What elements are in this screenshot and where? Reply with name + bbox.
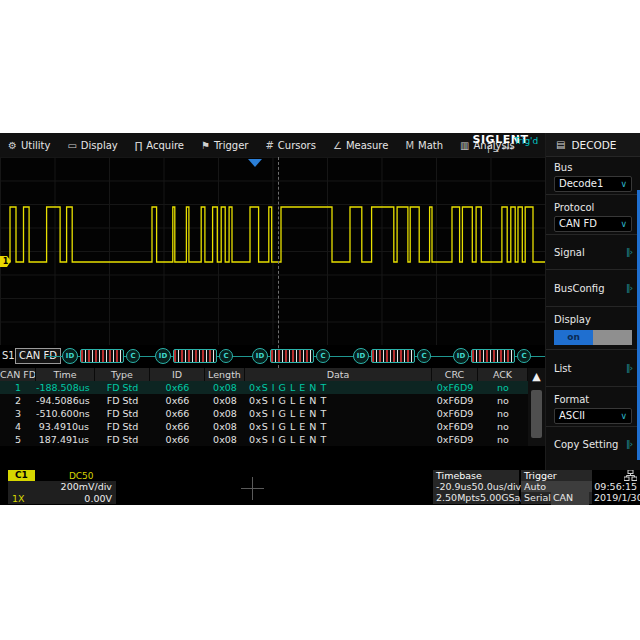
trigger-descriptor[interactable]: Trigger Auto Serial CAN FD <box>521 470 592 504</box>
acquisition-points: 2.50Mpts <box>436 492 480 503</box>
submenu-arrow-icon: ‖› <box>626 247 632 257</box>
table-cell: 5 <box>0 433 36 446</box>
table-row[interactable]: 2-94.5086usFD Std0x660x080xS I G L E N T… <box>0 394 528 407</box>
table-cell: 0xF6D9 <box>432 420 478 433</box>
toggle-off[interactable] <box>593 330 632 345</box>
menu-item-label: Trigger <box>214 140 249 151</box>
menu-item-utility[interactable]: ⚙Utility <box>8 140 50 151</box>
column-header: ID <box>150 368 205 381</box>
dialog-title: DECODE <box>571 139 616 151</box>
frame-id-bubble: ID <box>155 348 171 364</box>
frame-data-segment <box>371 349 415 363</box>
divider <box>546 426 640 427</box>
table-cell: 0xF6D9 <box>432 381 478 394</box>
timebase-delay: -20.9us <box>436 481 472 492</box>
scroll-up-icon[interactable]: ▲ <box>528 368 545 386</box>
chevron-down-icon: ∨ <box>620 177 627 191</box>
frame-crc-bubble: C <box>126 349 140 363</box>
cursors-icon: # <box>265 140 273 151</box>
menu-item-label: Math <box>418 140 443 151</box>
format-select[interactable]: ASCII ∨ <box>554 408 632 424</box>
frame-crc-bubble: C <box>517 349 531 363</box>
protocol-select[interactable]: CAN FD ∨ <box>554 216 632 232</box>
timebase-descriptor[interactable]: Timebase -20.9us 50.0us/div 2.50Mpts 5.0… <box>433 470 519 504</box>
frame-id-bubble: ID <box>353 348 369 364</box>
table-header-row: CAN FDTimeTypeIDLengthDataCRCACK <box>0 368 528 381</box>
math-icon: M <box>405 140 414 151</box>
column-header: Length <box>205 368 245 381</box>
decode-bus-overlay: S1 CAN FD IDCIDCIDCIDCIDC <box>0 345 545 368</box>
menu-item-acquire[interactable]: ∏Acquire <box>135 140 184 151</box>
frame-id-bubble: ID <box>252 348 268 364</box>
decode-dialog: ▤ DECODE Bus Decode1 ∨ Protocol CAN FD ∨… <box>545 133 640 470</box>
table-row[interactable]: 5187.491usFD Std0x660x080xS I G L E N T0… <box>0 433 528 446</box>
channel1-coupling: DC50 <box>69 471 94 481</box>
table-cell: FD Std <box>95 381 150 394</box>
list-menu-item[interactable]: List ‖› <box>546 352 640 384</box>
decode-dialog-icon: ▤ <box>556 139 565 150</box>
frame-id-bubble: ID <box>453 348 469 364</box>
table-cell: no <box>478 394 528 407</box>
format-label: Format <box>546 389 640 408</box>
frame-data-segment <box>471 349 515 363</box>
table-cell: -94.5086us <box>36 394 95 407</box>
menu-item-measure[interactable]: ∠Measure <box>333 140 388 151</box>
menu-item-label: Display <box>81 140 118 151</box>
table-cell: FD Std <box>95 394 150 407</box>
table-cell: 0xS I G L E N T <box>245 407 432 420</box>
menu-item-trigger[interactable]: ⚑Trigger <box>201 140 248 151</box>
frame-data-segment <box>173 349 217 363</box>
system-date: 2019/1/30 <box>594 492 637 503</box>
trigger-status-badge: Trig'd <box>514 136 538 146</box>
acquire-icon: ∏ <box>135 140 143 151</box>
table-cell: 0x66 <box>150 420 205 433</box>
signal-menu-item[interactable]: Signal ‖› <box>546 237 640 267</box>
copy-setting-menu-item[interactable]: Copy Setting ‖› <box>546 429 640 459</box>
table-cell: 0x66 <box>150 381 205 394</box>
channel1-descriptor[interactable]: C1 DC50 200mV/div 1X 0.00V <box>8 470 116 504</box>
table-cell: 0x08 <box>205 407 245 420</box>
bus-select[interactable]: Decode1 ∨ <box>554 176 632 192</box>
menu-item-display[interactable]: ▭Display <box>67 140 117 151</box>
menu-item-label: Cursors <box>278 140 316 151</box>
trigger-position-line <box>278 157 279 368</box>
list-label: List <box>554 363 571 374</box>
toggle-on[interactable]: on <box>554 330 593 345</box>
table-cell: 0x66 <box>150 394 205 407</box>
table-cell: 0x66 <box>150 407 205 420</box>
table-cell: FD Std <box>95 407 150 420</box>
menu-item-cursors[interactable]: #Cursors <box>265 140 315 151</box>
status-bar: C1 DC50 200mV/div 1X 0.00V Timebase -20.… <box>0 470 640 505</box>
menu-item-math[interactable]: MMath <box>405 140 443 151</box>
protocol-value: CAN FD <box>559 217 597 231</box>
trigger-title: Trigger <box>524 470 589 481</box>
menu-item-label: Acquire <box>146 140 184 151</box>
table-row[interactable]: 1-188.508usFD Std0x660x080xS I G L E N T… <box>0 381 528 394</box>
trigger-mode: Auto <box>524 481 546 492</box>
column-header: Time <box>36 368 95 381</box>
table-row[interactable]: 3-510.600nsFD Std0x660x080xS I G L E N T… <box>0 407 528 420</box>
frame-data-segment <box>80 349 124 363</box>
divider <box>546 386 640 387</box>
divider <box>546 194 640 195</box>
busconfig-menu-item[interactable]: BusConfig ‖› <box>546 272 640 304</box>
frame-crc-bubble: C <box>219 349 233 363</box>
table-cell: FD Std <box>95 420 150 433</box>
table-cell: 0xS I G L E N T <box>245 394 432 407</box>
display-toggle[interactable]: on <box>554 330 632 345</box>
frame-crc-bubble: C <box>417 349 431 363</box>
channel1-badge: C1 <box>8 470 35 481</box>
divider <box>546 234 640 235</box>
table-cell: no <box>478 381 528 394</box>
decode-list-table: CAN FDTimeTypeIDLengthDataCRCACK1-188.50… <box>0 368 528 446</box>
table-cell: 187.491us <box>36 433 95 446</box>
trigger-position-indicator[interactable] <box>248 159 262 167</box>
scrollbar-thumb[interactable] <box>531 390 542 438</box>
table-cell: no <box>478 407 528 420</box>
trigger-bus: CAN FD <box>551 492 589 505</box>
decode-source-label: S1 <box>2 350 15 361</box>
table-row[interactable]: 493.4910usFD Std0x660x080xS I G L E N T0… <box>0 420 528 433</box>
table-cell: 2 <box>0 394 36 407</box>
frame-id-bubble: ID <box>62 348 78 364</box>
table-cell: FD Std <box>95 433 150 446</box>
